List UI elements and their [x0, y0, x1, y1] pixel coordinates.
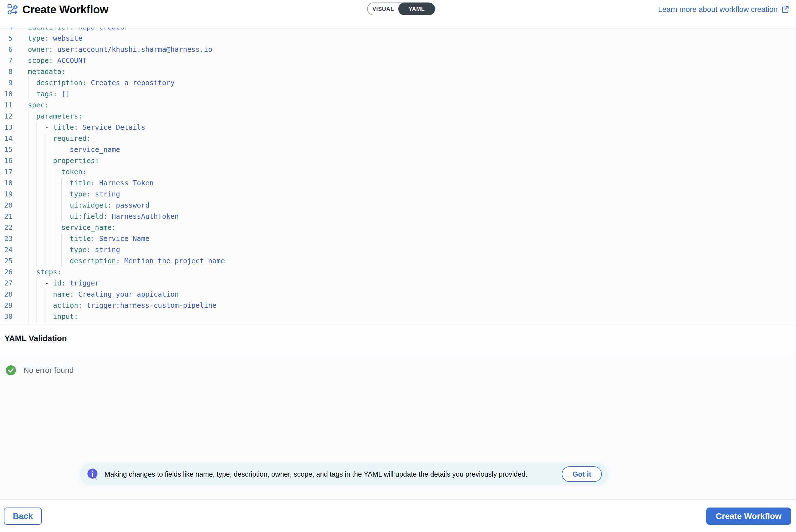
footer-bar: Back Create Workflow — [0, 499, 796, 532]
page-title: Create Workflow — [22, 3, 108, 16]
code-line: 9 description: Creates a repository — [0, 77, 796, 89]
code-line: 29 action: trigger:harness-custom-pipeli… — [0, 300, 796, 311]
code-line: 23 title: Service Name — [0, 233, 796, 244]
code-line: 17 token: — [0, 166, 796, 177]
code-line: 14 required: — [0, 133, 796, 144]
external-link-icon — [781, 5, 789, 14]
back-button[interactable]: Back — [4, 508, 42, 525]
code-line: 25 description: Mention the project name — [0, 255, 796, 267]
workflow-icon — [7, 4, 18, 15]
code-line: 28 name: Creating your appication — [0, 289, 796, 300]
validation-header: YAML Validation — [0, 323, 796, 354]
yaml-editor[interactable]: 4identifier: Repo_creator5type: website6… — [0, 27, 796, 323]
code-line: 11spec: — [0, 100, 796, 111]
validation-status-row: No error found — [0, 354, 796, 376]
code-line: 24 type: string — [0, 244, 796, 255]
code-line: 10 tags: [] — [0, 89, 796, 100]
page-header: Create Workflow VISUAL YAML Learn more a… — [0, 0, 796, 27]
create-workflow-button[interactable]: Create Workflow — [706, 508, 791, 525]
visual-yaml-toggle[interactable]: VISUAL YAML — [367, 2, 435, 15]
info-icon — [87, 468, 98, 480]
code-line: 27 - id: trigger — [0, 278, 796, 289]
learn-more-link[interactable]: Learn more about workflow creation — [658, 3, 789, 16]
code-line: 13 - title: Service Details — [0, 122, 796, 133]
got-it-button[interactable]: Got it — [562, 466, 602, 482]
check-circle-icon — [5, 365, 16, 376]
code-line: 4identifier: Repo_creator — [0, 27, 796, 33]
code-line: 8metadata: — [0, 66, 796, 77]
info-banner: Making changes to fields like name, type… — [80, 463, 608, 485]
code-lines: 4identifier: Repo_creator5type: website6… — [0, 27, 796, 323]
create-workflow-page: Create Workflow VISUAL YAML Learn more a… — [0, 0, 796, 532]
code-line: 12 parameters: — [0, 111, 796, 122]
code-line: 30 input: — [0, 311, 796, 322]
code-line: 18 title: Harness Token — [0, 177, 796, 189]
banner-message: Making changes to fields like name, type… — [105, 470, 556, 478]
code-line: 22 service_name: — [0, 222, 796, 233]
code-line: 20 ui:widget: password — [0, 200, 796, 211]
code-line: 21 ui:field: HarnessAuthToken — [0, 211, 796, 222]
toggle-option-yaml[interactable]: YAML — [398, 2, 435, 15]
code-line: 19 type: string — [0, 189, 796, 200]
code-line: 7scope: ACCOUNT — [0, 55, 796, 66]
code-line: 15 - service_name — [0, 144, 796, 155]
code-line: 5type: website — [0, 33, 796, 44]
code-line: 26 steps: — [0, 267, 796, 278]
learn-more-label: Learn more about workflow creation — [658, 5, 778, 14]
code-line: 16 properties: — [0, 155, 796, 166]
header-title-group: Create Workflow — [7, 2, 108, 17]
validation-title: YAML Validation — [4, 334, 67, 343]
code-line: 6owner: user:account/khushi.sharma@harne… — [0, 44, 796, 55]
toggle-option-visual[interactable]: VISUAL — [368, 6, 399, 12]
validation-status: No error found — [23, 366, 74, 375]
